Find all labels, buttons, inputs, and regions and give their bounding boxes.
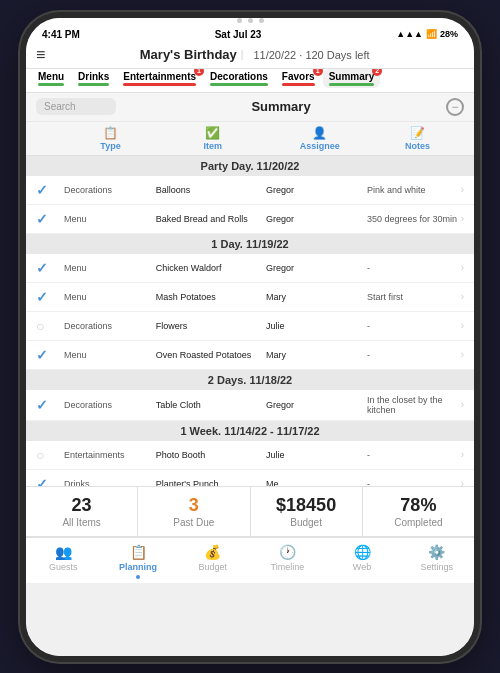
stat-completed: 78% Completed: [363, 487, 474, 536]
section-header-2: 1 Day. 11/19/22: [26, 234, 474, 254]
table-row[interactable]: ✓ Drinks Planter's Punch Me - ›: [26, 470, 474, 486]
checkmark: ✓: [36, 182, 48, 198]
col-assignee-label: Assignee: [300, 141, 340, 151]
type-icon: 📋: [103, 126, 118, 140]
tab-drinks[interactable]: Drinks: [72, 69, 115, 88]
budget-icon: 💰: [204, 544, 221, 560]
cell-assignee: Gregor: [266, 263, 367, 273]
search-box[interactable]: Search: [36, 98, 116, 115]
search-summary-row: Search Summary −: [26, 93, 474, 122]
stat-past-due: 3 Past Due: [138, 487, 250, 536]
chevron-icon: ›: [461, 291, 464, 302]
nav-guests[interactable]: 👥 Guests: [26, 544, 101, 579]
checkmark: ✓: [36, 397, 48, 413]
stat-budget: $18450 Budget: [251, 487, 363, 536]
settings-icon: ⚙️: [428, 544, 445, 560]
chevron-icon: ›: [461, 320, 464, 331]
tab-badge-summary: 2: [372, 69, 382, 76]
cell-notes: 350 degrees for 30min: [367, 214, 459, 224]
camera-area: [26, 18, 474, 25]
chevron-icon: ›: [461, 349, 464, 360]
cell-assignee: Gregor: [266, 400, 367, 410]
chevron-icon: ›: [461, 184, 464, 195]
nav-settings-label: Settings: [420, 562, 453, 572]
timeline-icon: 🕐: [279, 544, 296, 560]
stat-number-pastdue: 3: [142, 495, 245, 516]
table-row[interactable]: ✓ Menu Mash Potatoes Mary Start first ›: [26, 283, 474, 312]
cell-assignee: Mary: [266, 350, 367, 360]
table-row[interactable]: ○ Decorations Flowers Julie - ›: [26, 312, 474, 341]
cell-type: Entertainments: [64, 450, 156, 460]
tab-menu[interactable]: Menu: [32, 69, 70, 88]
nav-timeline-label: Timeline: [271, 562, 305, 572]
table-row[interactable]: ✓ Menu Chicken Waldorf Gregor - ›: [26, 254, 474, 283]
nav-guests-label: Guests: [49, 562, 78, 572]
status-date: Sat Jul 23: [215, 29, 262, 40]
tab-favors[interactable]: Favors 1: [276, 69, 321, 88]
tabs-bar: Menu Drinks Entertainments 1 Decorations…: [26, 69, 474, 93]
cell-assignee: Julie: [266, 450, 367, 460]
col-header-type: 📋 Type: [64, 126, 157, 151]
device-frame: 4:41 PM Sat Jul 23 ▲▲▲ 📶 28% ≡ Mary's Bi…: [20, 12, 480, 662]
collapse-button[interactable]: −: [446, 98, 464, 116]
nav-active-dot: [136, 575, 140, 579]
cell-type: Decorations: [64, 400, 156, 410]
tab-badge-favors: 1: [313, 69, 323, 76]
cell-notes: -: [367, 450, 459, 460]
col-type-label: Type: [100, 141, 120, 151]
cell-assignee: Gregor: [266, 185, 367, 195]
table-row[interactable]: ✓ Menu Oven Roasted Potatoes Mary - ›: [26, 341, 474, 370]
nav-budget[interactable]: 💰 Budget: [175, 544, 250, 579]
cell-assignee: Gregor: [266, 214, 367, 224]
table-row[interactable]: ✓ Decorations Balloons Gregor Pink and w…: [26, 176, 474, 205]
cell-notes: Start first: [367, 292, 459, 302]
table-row[interactable]: ✓ Menu Baked Bread and Rolls Gregor 350 …: [26, 205, 474, 234]
nav-web[interactable]: 🌐 Web: [325, 544, 400, 579]
stat-label-budget: Budget: [255, 517, 358, 528]
web-icon: 🌐: [354, 544, 371, 560]
tab-entertainments[interactable]: Entertainments 1: [117, 69, 202, 88]
stats-bar: 23 All Items 3 Past Due $18450 Budget 78…: [26, 486, 474, 537]
col-header-notes: 📝 Notes: [371, 126, 464, 151]
nav-timeline[interactable]: 🕐 Timeline: [250, 544, 325, 579]
nav-planning[interactable]: 📋 Planning: [101, 544, 176, 579]
tab-decorations[interactable]: Decorations: [204, 69, 274, 88]
battery-icon: 28%: [440, 29, 458, 39]
section-header-1: Party Day. 11/20/22: [26, 156, 474, 176]
col-header-item: ✅ Item: [157, 126, 269, 151]
cell-type: Menu: [64, 263, 156, 273]
nav-settings[interactable]: ⚙️ Settings: [399, 544, 474, 579]
summary-title: Summary: [124, 99, 438, 114]
tab-summary[interactable]: Summary 2: [323, 69, 381, 88]
cell-notes: In the closet by the kitchen: [367, 395, 459, 415]
checkmark: ✓: [36, 289, 48, 305]
section-header-4: 1 Week. 11/14/22 - 11/17/22: [26, 421, 474, 441]
stat-label-completed: Completed: [367, 517, 470, 528]
cell-notes: Pink and white: [367, 185, 459, 195]
app-header: ≡ Mary's Birthday | 11/20/22 · 120 Days …: [26, 42, 474, 69]
planning-icon: 📋: [130, 544, 147, 560]
status-bar: 4:41 PM Sat Jul 23 ▲▲▲ 📶 28%: [26, 25, 474, 42]
table-row[interactable]: ✓ Decorations Table Cloth Gregor In the …: [26, 390, 474, 421]
cell-assignee: Julie: [266, 321, 367, 331]
table-scroll[interactable]: Party Day. 11/20/22 ✓ Decorations Balloo…: [26, 156, 474, 486]
table-row[interactable]: ○ Entertainments Photo Booth Julie - ›: [26, 441, 474, 470]
cell-type: Menu: [64, 214, 156, 224]
cell-type: Menu: [64, 350, 156, 360]
cell-notes: -: [367, 321, 459, 331]
cell-item: Planter's Punch: [156, 479, 266, 486]
checkmark-empty: ○: [36, 318, 44, 334]
event-date-info: 11/20/22 · 120 Days left: [253, 49, 369, 61]
stat-label-pastdue: Past Due: [142, 517, 245, 528]
event-title: Mary's Birthday: [140, 47, 237, 62]
cell-item: Oven Roasted Potatoes: [156, 350, 266, 360]
cell-item: Photo Booth: [156, 450, 266, 460]
stat-label-all: All Items: [30, 517, 133, 528]
menu-icon[interactable]: ≡: [36, 46, 45, 64]
wifi-icon: 📶: [426, 29, 437, 39]
checkmark: ✓: [36, 476, 48, 486]
tab-badge-entertainments: 1: [194, 69, 204, 76]
cell-item: Table Cloth: [156, 400, 266, 410]
col-notes-label: Notes: [405, 141, 430, 151]
column-headers: 📋 Type ✅ Item 👤 Assignee 📝 Notes: [26, 122, 474, 156]
